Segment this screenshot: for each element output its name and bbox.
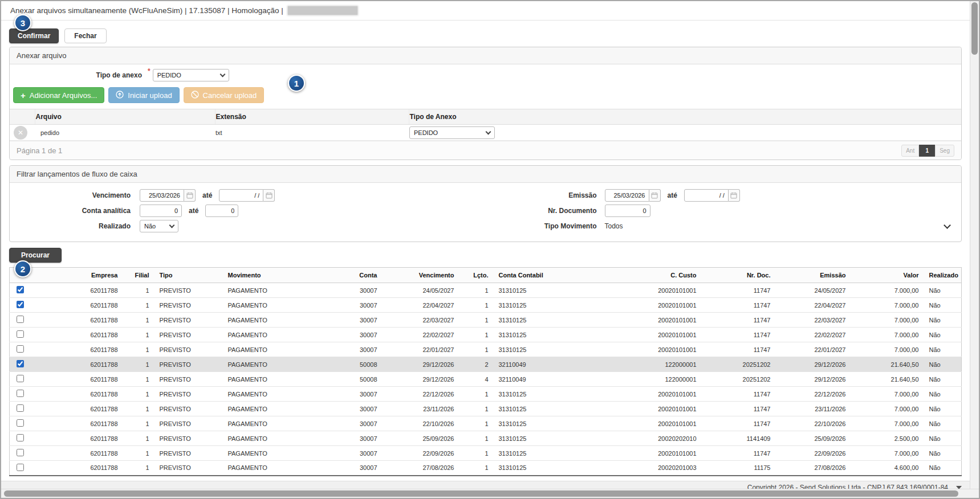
cell: 31310125 <box>494 283 623 298</box>
vencimento-from-input[interactable] <box>140 189 184 202</box>
cell: PAGAMENTO <box>223 357 337 372</box>
table-row: 620117881PREVISTOPAGAMENTO3000722/09/202… <box>10 446 962 461</box>
table-row: 620117881PREVISTOPAGAMENTO3000724/05/202… <box>10 283 962 298</box>
filter-panel: Filtrar lançamentos de fluxo de caixa Ve… <box>9 165 962 242</box>
cell: 11747 <box>702 313 776 328</box>
nr-documento-input[interactable] <box>605 204 650 217</box>
remove-file-icon[interactable]: ✕ <box>14 126 27 140</box>
cell: PREVISTO <box>155 372 223 387</box>
pager-page-1-button[interactable]: 1 <box>919 145 935 157</box>
cell: 1 <box>124 283 155 298</box>
nr-documento-row: Nr. Documento <box>486 204 962 218</box>
row-checkbox[interactable] <box>17 345 24 353</box>
cell: PREVISTO <box>155 283 223 298</box>
cell: PAGAMENTO <box>223 431 337 446</box>
cell: 22/12/2026 <box>383 387 460 402</box>
calendar-icon[interactable] <box>729 189 740 202</box>
close-button[interactable]: Fechar <box>64 28 106 43</box>
cell: Não <box>925 461 962 476</box>
vencimento-to-input[interactable] <box>219 189 263 202</box>
ban-icon <box>191 91 199 100</box>
emissao-from-input[interactable] <box>605 189 649 202</box>
cell: 32110049 <box>494 357 623 372</box>
cell: PREVISTO <box>155 402 223 416</box>
vertical-scrollbar-thumb[interactable] <box>971 2 978 55</box>
cell: 20020101001 <box>623 328 702 342</box>
row-checkbox[interactable] <box>17 419 24 427</box>
emissao-until-label: até <box>668 191 677 199</box>
row-checkbox[interactable] <box>17 464 24 471</box>
results-column-header: Movimento <box>223 268 337 283</box>
pager-prev-button[interactable]: Ant <box>901 145 919 157</box>
vertical-scrollbar <box>970 1 979 489</box>
pager-next-button[interactable]: Seg <box>935 145 954 157</box>
emissao-to-input[interactable] <box>684 189 729 202</box>
callout-3-badge: 3 <box>14 14 31 31</box>
row-checkbox[interactable] <box>17 301 24 308</box>
row-checkbox[interactable] <box>17 360 24 367</box>
table-row: 620117881PREVISTOPAGAMENTO3000722/04/202… <box>10 298 962 313</box>
tipo-anexo-select[interactable]: PEDIDO <box>153 69 229 81</box>
cell: 20020101001 <box>623 387 702 402</box>
copyright-text: Copyright 2026 - Send Solutions Ltda - C… <box>747 484 948 489</box>
row-checkbox[interactable] <box>17 449 24 456</box>
cell: Não <box>925 402 962 416</box>
add-files-button[interactable]: + Adicionar Arquivos... <box>13 87 104 103</box>
cell: PREVISTO <box>155 342 223 357</box>
tipo-anexo-row: Tipo de anexo * PEDIDO <box>10 64 961 81</box>
conta-analitica-to-input[interactable] <box>205 204 238 217</box>
row-checkbox[interactable] <box>17 375 24 382</box>
table-row: 620117881PREVISTOPAGAMENTO3000722/02/202… <box>10 328 962 342</box>
cell: 11747 <box>702 298 776 313</box>
search-button[interactable]: Procurar <box>9 248 62 263</box>
results-column-header: C. Custo <box>623 268 702 283</box>
tipo-movimento-dropdown-chevron-icon[interactable] <box>944 222 951 229</box>
row-checkbox[interactable] <box>17 390 24 397</box>
calendar-icon[interactable] <box>184 189 196 202</box>
cell: 122000001 <box>623 372 702 387</box>
cell: 1141409 <box>702 431 776 446</box>
plus-icon: + <box>21 91 26 100</box>
cell: 22/02/2027 <box>383 328 460 342</box>
cell: 22/09/2026 <box>776 446 856 461</box>
horizontal-scrollbar-thumb[interactable] <box>4 490 958 497</box>
row-checkbox[interactable] <box>17 434 24 441</box>
cell: 31310125 <box>494 313 623 328</box>
conta-analitica-from-input[interactable] <box>140 204 182 217</box>
cell: 7.000,00 <box>856 416 925 431</box>
required-asterisk: * <box>148 67 151 75</box>
cell: PAGAMENTO <box>223 372 337 387</box>
cell: 22/10/2026 <box>383 416 460 431</box>
toolbar: Confirmar Fechar <box>1 21 970 43</box>
files-table: Arquivo Extensão Tipo de Anexo ✕ pedido … <box>10 109 961 141</box>
confirm-button[interactable]: Confirmar <box>9 28 59 43</box>
row-checkbox[interactable] <box>17 286 24 293</box>
realizado-select[interactable]: Não <box>140 220 178 232</box>
file-tipo-anexo-select[interactable]: PEDIDO <box>409 126 495 139</box>
cell: 21.640,50 <box>856 372 925 387</box>
cell: 29/12/2026 <box>776 357 856 372</box>
cell: 1 <box>124 372 155 387</box>
cell: 31310125 <box>494 387 623 402</box>
cell: PAGAMENTO <box>223 402 337 416</box>
cancel-upload-button[interactable]: Cancelar upload <box>184 87 265 103</box>
row-checkbox[interactable] <box>17 316 24 323</box>
cell: PREVISTO <box>155 387 223 402</box>
cell: Não <box>925 431 962 446</box>
emissao-row: Emissão até <box>486 189 962 202</box>
cell: PAGAMENTO <box>223 461 337 476</box>
row-checkbox[interactable] <box>17 330 24 338</box>
start-upload-button[interactable]: Iniciar upload <box>108 87 179 103</box>
cell: 62011788 <box>61 328 124 342</box>
vencimento-until-label: até <box>202 191 212 199</box>
search-row: Procurar <box>9 248 962 263</box>
row-checkbox[interactable] <box>17 404 24 412</box>
results-column-header: Valor <box>856 268 925 283</box>
cell: 7.000,00 <box>856 446 925 461</box>
cell: 62011788 <box>61 372 124 387</box>
cell: 20251202 <box>702 372 776 387</box>
calendar-icon[interactable] <box>649 189 661 202</box>
calendar-icon[interactable] <box>263 189 275 202</box>
cell: PREVISTO <box>155 328 223 342</box>
cell: 62011788 <box>61 283 124 298</box>
